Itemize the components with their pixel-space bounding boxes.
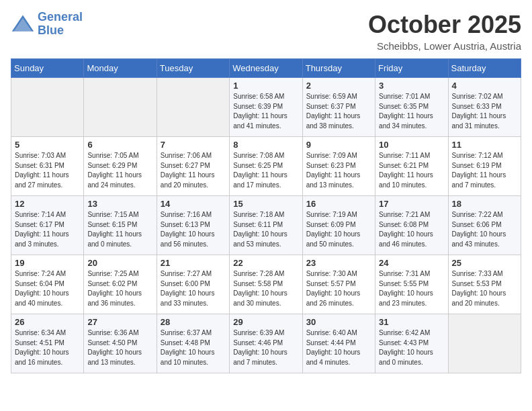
title-block: October 2025 Scheibbs, Lower Austria, Au… bbox=[368, 11, 521, 52]
day-number: 29 bbox=[233, 317, 298, 327]
day-number: 9 bbox=[306, 140, 371, 150]
weekday-header-monday: Monday bbox=[84, 59, 157, 78]
calendar-cell: 8Sunrise: 7:08 AM Sunset: 6:25 PM Daylig… bbox=[230, 137, 302, 196]
calendar-cell: 18Sunrise: 7:22 AM Sunset: 6:06 PM Dayli… bbox=[448, 196, 521, 255]
calendar-cell: 19Sunrise: 7:24 AM Sunset: 6:04 PM Dayli… bbox=[11, 255, 84, 314]
day-number: 27 bbox=[87, 317, 152, 327]
week-row-5: 26Sunrise: 6:34 AM Sunset: 4:51 PM Dayli… bbox=[11, 314, 521, 373]
day-number: 26 bbox=[15, 317, 80, 327]
day-number: 31 bbox=[379, 317, 444, 327]
day-number: 2 bbox=[306, 81, 371, 91]
calendar-cell bbox=[157, 78, 229, 137]
logo: General Blue bbox=[11, 11, 83, 38]
day-info: Sunrise: 7:08 AM Sunset: 6:25 PM Dayligh… bbox=[233, 151, 298, 190]
day-number: 7 bbox=[161, 140, 226, 150]
logo-line1: General bbox=[38, 10, 83, 24]
weekday-header-friday: Friday bbox=[375, 59, 448, 78]
day-info: Sunrise: 6:40 AM Sunset: 4:44 PM Dayligh… bbox=[306, 328, 371, 367]
month-title: October 2025 bbox=[368, 11, 521, 39]
calendar-cell: 1Sunrise: 6:58 AM Sunset: 6:39 PM Daylig… bbox=[230, 78, 302, 137]
day-number: 23 bbox=[306, 258, 371, 268]
day-info: Sunrise: 6:58 AM Sunset: 6:39 PM Dayligh… bbox=[233, 92, 298, 131]
day-info: Sunrise: 7:19 AM Sunset: 6:09 PM Dayligh… bbox=[306, 210, 371, 249]
calendar-cell: 28Sunrise: 6:37 AM Sunset: 4:48 PM Dayli… bbox=[157, 314, 229, 373]
weekday-header-saturday: Saturday bbox=[448, 59, 521, 78]
location-title: Scheibbs, Lower Austria, Austria bbox=[368, 40, 521, 52]
logo-text: General Blue bbox=[38, 11, 83, 38]
day-info: Sunrise: 6:39 AM Sunset: 4:46 PM Dayligh… bbox=[233, 328, 298, 367]
logo-icon bbox=[11, 12, 35, 36]
calendar-cell: 15Sunrise: 7:18 AM Sunset: 6:11 PM Dayli… bbox=[230, 196, 302, 255]
calendar-cell bbox=[84, 78, 157, 137]
calendar-cell: 25Sunrise: 7:33 AM Sunset: 5:53 PM Dayli… bbox=[448, 255, 521, 314]
calendar-cell: 13Sunrise: 7:15 AM Sunset: 6:15 PM Dayli… bbox=[84, 196, 157, 255]
day-info: Sunrise: 6:37 AM Sunset: 4:48 PM Dayligh… bbox=[161, 328, 226, 367]
calendar-cell: 29Sunrise: 6:39 AM Sunset: 4:46 PM Dayli… bbox=[230, 314, 302, 373]
calendar-cell: 4Sunrise: 7:02 AM Sunset: 6:33 PM Daylig… bbox=[448, 78, 521, 137]
day-info: Sunrise: 7:02 AM Sunset: 6:33 PM Dayligh… bbox=[452, 92, 517, 131]
day-number: 3 bbox=[379, 81, 444, 91]
day-info: Sunrise: 7:03 AM Sunset: 6:31 PM Dayligh… bbox=[15, 151, 80, 190]
day-number: 4 bbox=[452, 81, 517, 91]
day-info: Sunrise: 7:31 AM Sunset: 5:55 PM Dayligh… bbox=[379, 269, 444, 308]
calendar-cell: 16Sunrise: 7:19 AM Sunset: 6:09 PM Dayli… bbox=[302, 196, 375, 255]
day-info: Sunrise: 7:24 AM Sunset: 6:04 PM Dayligh… bbox=[15, 269, 80, 308]
week-row-3: 12Sunrise: 7:14 AM Sunset: 6:17 PM Dayli… bbox=[11, 196, 521, 255]
day-number: 11 bbox=[452, 140, 517, 150]
day-info: Sunrise: 7:27 AM Sunset: 6:00 PM Dayligh… bbox=[161, 269, 226, 308]
day-number: 5 bbox=[15, 140, 80, 150]
day-info: Sunrise: 6:34 AM Sunset: 4:51 PM Dayligh… bbox=[15, 328, 80, 367]
day-number: 1 bbox=[233, 81, 298, 91]
page-header: General Blue October 2025 Scheibbs, Lowe… bbox=[11, 11, 521, 52]
day-number: 16 bbox=[306, 199, 371, 209]
day-info: Sunrise: 6:42 AM Sunset: 4:43 PM Dayligh… bbox=[379, 328, 444, 367]
weekday-header-wednesday: Wednesday bbox=[230, 59, 302, 78]
day-number: 21 bbox=[161, 258, 226, 268]
calendar-cell: 11Sunrise: 7:12 AM Sunset: 6:19 PM Dayli… bbox=[448, 137, 521, 196]
day-info: Sunrise: 7:16 AM Sunset: 6:13 PM Dayligh… bbox=[161, 210, 226, 249]
day-number: 17 bbox=[379, 199, 444, 209]
day-number: 20 bbox=[87, 258, 152, 268]
day-number: 30 bbox=[306, 317, 371, 327]
calendar-cell: 14Sunrise: 7:16 AM Sunset: 6:13 PM Dayli… bbox=[157, 196, 229, 255]
day-number: 25 bbox=[452, 258, 517, 268]
day-info: Sunrise: 7:18 AM Sunset: 6:11 PM Dayligh… bbox=[233, 210, 298, 249]
weekday-header-thursday: Thursday bbox=[302, 59, 375, 78]
day-number: 8 bbox=[233, 140, 298, 150]
calendar-cell: 3Sunrise: 7:01 AM Sunset: 6:35 PM Daylig… bbox=[375, 78, 448, 137]
day-info: Sunrise: 7:06 AM Sunset: 6:27 PM Dayligh… bbox=[161, 151, 226, 190]
weekday-header-sunday: Sunday bbox=[11, 59, 84, 78]
week-row-1: 1Sunrise: 6:58 AM Sunset: 6:39 PM Daylig… bbox=[11, 78, 521, 137]
logo-line2: Blue bbox=[38, 24, 64, 37]
calendar-cell: 5Sunrise: 7:03 AM Sunset: 6:31 PM Daylig… bbox=[11, 137, 84, 196]
day-number: 24 bbox=[379, 258, 444, 268]
weekday-header-row: SundayMondayTuesdayWednesdayThursdayFrid… bbox=[11, 59, 521, 78]
calendar-cell bbox=[448, 314, 521, 373]
calendar-cell: 20Sunrise: 7:25 AM Sunset: 6:02 PM Dayli… bbox=[84, 255, 157, 314]
day-number: 22 bbox=[233, 258, 298, 268]
calendar-cell: 31Sunrise: 6:42 AM Sunset: 4:43 PM Dayli… bbox=[375, 314, 448, 373]
week-row-4: 19Sunrise: 7:24 AM Sunset: 6:04 PM Dayli… bbox=[11, 255, 521, 314]
day-number: 15 bbox=[233, 199, 298, 209]
day-info: Sunrise: 7:33 AM Sunset: 5:53 PM Dayligh… bbox=[452, 269, 517, 308]
calendar-cell: 9Sunrise: 7:09 AM Sunset: 6:23 PM Daylig… bbox=[302, 137, 375, 196]
day-number: 10 bbox=[379, 140, 444, 150]
day-info: Sunrise: 7:12 AM Sunset: 6:19 PM Dayligh… bbox=[452, 151, 517, 190]
weekday-header-tuesday: Tuesday bbox=[157, 59, 229, 78]
calendar-cell: 23Sunrise: 7:30 AM Sunset: 5:57 PM Dayli… bbox=[302, 255, 375, 314]
day-info: Sunrise: 7:30 AM Sunset: 5:57 PM Dayligh… bbox=[306, 269, 371, 308]
calendar-cell: 7Sunrise: 7:06 AM Sunset: 6:27 PM Daylig… bbox=[157, 137, 229, 196]
calendar-table: SundayMondayTuesdayWednesdayThursdayFrid… bbox=[11, 58, 521, 373]
calendar-cell: 24Sunrise: 7:31 AM Sunset: 5:55 PM Dayli… bbox=[375, 255, 448, 314]
calendar-cell bbox=[11, 78, 84, 137]
day-info: Sunrise: 6:36 AM Sunset: 4:50 PM Dayligh… bbox=[87, 328, 152, 367]
day-number: 18 bbox=[452, 199, 517, 209]
day-number: 14 bbox=[161, 199, 226, 209]
calendar-cell: 21Sunrise: 7:27 AM Sunset: 6:00 PM Dayli… bbox=[157, 255, 229, 314]
day-info: Sunrise: 7:28 AM Sunset: 5:58 PM Dayligh… bbox=[233, 269, 298, 308]
day-info: Sunrise: 7:11 AM Sunset: 6:21 PM Dayligh… bbox=[379, 151, 444, 190]
calendar-cell: 26Sunrise: 6:34 AM Sunset: 4:51 PM Dayli… bbox=[11, 314, 84, 373]
day-info: Sunrise: 7:15 AM Sunset: 6:15 PM Dayligh… bbox=[87, 210, 152, 249]
day-info: Sunrise: 7:22 AM Sunset: 6:06 PM Dayligh… bbox=[452, 210, 517, 249]
calendar-cell: 30Sunrise: 6:40 AM Sunset: 4:44 PM Dayli… bbox=[302, 314, 375, 373]
